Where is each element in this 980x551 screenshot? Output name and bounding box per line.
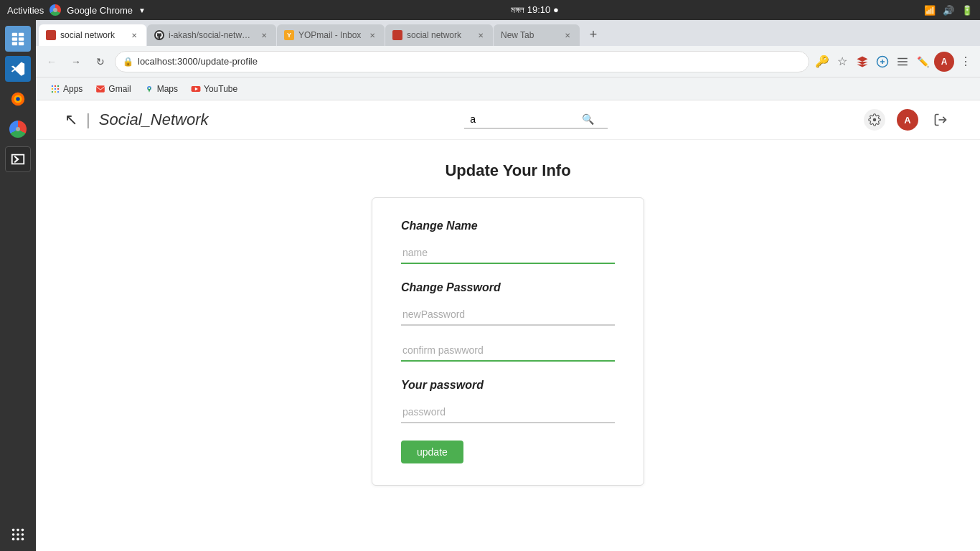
svg-rect-4 <box>19 37 24 41</box>
chrome-icon <box>50 4 61 16</box>
tab-1-close[interactable]: ✕ <box>129 30 139 40</box>
main-content: Update Your Info Change Name Change Pass… <box>36 140 980 551</box>
reload-button[interactable]: ↻ <box>90 52 110 72</box>
wifi-icon: 📶 <box>924 5 936 16</box>
volume-icon: 🔊 <box>943 5 954 16</box>
svg-point-23 <box>55 88 56 89</box>
lock-icon: 🔒 <box>123 57 133 67</box>
system-bar-right: 📶 🔊 🔋 <box>924 5 973 16</box>
tab-4-close[interactable]: ✕ <box>476 30 486 40</box>
change-name-label: Change Name <box>401 220 615 232</box>
app-logo: ↖ | Social_Network <box>65 110 209 129</box>
taskbar-chrome-icon[interactable] <box>5 116 31 142</box>
change-name-section: Change Name <box>401 220 615 264</box>
cursor-icon: ↖ <box>65 110 77 129</box>
tab-social-network-2[interactable]: social network ✕ <box>385 24 493 46</box>
bookmark-apps[interactable]: Apps <box>44 82 88 96</box>
star-icon[interactable]: ☆ <box>834 53 851 70</box>
update-button[interactable]: update <box>401 441 463 463</box>
tab-new-tab[interactable]: New Tab ✕ <box>494 24 580 46</box>
tab-yopmail[interactable]: Y YOPmail - Inbox ✕ <box>277 24 385 46</box>
svg-rect-2 <box>12 42 17 46</box>
taskbar-terminal-icon[interactable] <box>5 146 31 172</box>
back-button[interactable]: ← <box>42 52 62 72</box>
svg-rect-0 <box>12 33 17 37</box>
bookmark-youtube[interactable]: YouTube <box>185 82 243 96</box>
tab-2-favicon <box>154 30 164 40</box>
page-content: ↖ | Social_Network 🔍 A <box>36 100 980 551</box>
taskbar-vscode-icon[interactable] <box>5 56 31 82</box>
tab-2-close[interactable]: ✕ <box>259 30 269 40</box>
svg-point-13 <box>17 533 19 536</box>
svg-point-27 <box>57 90 59 92</box>
activities-label[interactable]: Activities <box>7 5 44 16</box>
taskbar-firefox-icon[interactable] <box>5 86 31 112</box>
svg-rect-1 <box>12 37 17 41</box>
taskbar-apps-grid[interactable] <box>10 527 26 545</box>
tab-3-close[interactable]: ✕ <box>367 30 377 40</box>
svg-point-10 <box>17 529 19 532</box>
search-icon[interactable]: 🔍 <box>582 113 594 125</box>
tab-4-label: social network <box>407 30 461 40</box>
tab-4-favicon <box>392 30 402 40</box>
password-input[interactable] <box>401 402 615 423</box>
browser-name-label[interactable]: Google Chrome <box>67 5 133 16</box>
confirm-password-input[interactable] <box>401 340 615 362</box>
tabs-bar: social network ✕ i-akash/social-network … <box>36 20 980 46</box>
svg-point-11 <box>22 529 24 532</box>
menu-button[interactable]: ⋮ <box>957 53 974 70</box>
app-header: ↖ | Social_Network 🔍 A <box>36 100 980 140</box>
confirm-password-input-group <box>401 340 615 362</box>
tab-1-label: social network <box>60 30 115 40</box>
new-password-input-group <box>401 304 615 326</box>
svg-point-22 <box>52 88 53 89</box>
bookmark-youtube-label: YouTube <box>204 84 237 94</box>
your-password-section: Your password <box>401 379 615 423</box>
settings-icon[interactable] <box>864 109 885 131</box>
svg-point-26 <box>55 90 56 92</box>
tab-2-label: i-akash/social-network at... <box>169 30 255 40</box>
extension-3-icon[interactable] <box>894 53 911 70</box>
logout-icon[interactable] <box>930 109 951 131</box>
tab-3-favicon: Y <box>284 30 294 40</box>
name-input[interactable] <box>401 242 615 264</box>
user-avatar[interactable]: A <box>934 52 954 72</box>
search-input[interactable] <box>470 113 578 125</box>
extension-1-icon[interactable] <box>854 53 871 70</box>
svg-point-16 <box>17 538 19 541</box>
system-time: মঙ্গল 19:10 ● <box>511 4 559 16</box>
edit-icon[interactable]: ✏️ <box>914 53 931 70</box>
extension-2-icon[interactable] <box>874 53 891 70</box>
system-bar-center: মঙ্গল 19:10 ● <box>511 4 559 16</box>
search-bar-container: 🔍 <box>464 110 608 129</box>
key-icon[interactable]: 🔑 <box>814 53 831 70</box>
tab-github[interactable]: i-akash/social-network at... ✕ <box>147 24 276 46</box>
bookmark-gmail-label: Gmail <box>108 84 131 94</box>
svg-point-15 <box>12 538 15 541</box>
svg-rect-3 <box>19 33 24 37</box>
svg-point-19 <box>52 85 53 86</box>
taskbar-files-icon[interactable] <box>5 26 31 52</box>
tab-1-favicon <box>46 30 56 40</box>
name-input-group <box>401 242 615 264</box>
tab-3-label: YOPmail - Inbox <box>298 30 361 40</box>
bookmark-gmail[interactable]: Gmail <box>90 82 136 96</box>
user-avatar-header[interactable]: A <box>897 109 918 131</box>
dropdown-arrow[interactable]: ▼ <box>138 6 146 14</box>
new-password-input[interactable] <box>401 304 615 326</box>
bookmark-maps[interactable]: Maps <box>138 82 184 96</box>
svg-point-24 <box>57 88 59 89</box>
logo-divider: | <box>86 110 90 129</box>
tab-5-close[interactable]: ✕ <box>562 30 573 40</box>
battery-icon: 🔋 <box>961 5 973 16</box>
bookmark-apps-label: Apps <box>63 84 83 94</box>
tab-social-network-active[interactable]: social network ✕ <box>39 24 146 46</box>
nav-actions: 🔑 ☆ ✏️ A ⋮ <box>814 52 974 72</box>
page-title: Update Your Info <box>445 161 570 180</box>
address-bar[interactable]: 🔒 localhost:3000/update-profile <box>115 51 809 72</box>
forward-button[interactable]: → <box>66 52 86 72</box>
svg-rect-28 <box>97 85 105 92</box>
your-password-label: Your password <box>401 379 615 392</box>
new-tab-button[interactable]: + <box>583 24 603 44</box>
svg-point-9 <box>12 529 15 532</box>
